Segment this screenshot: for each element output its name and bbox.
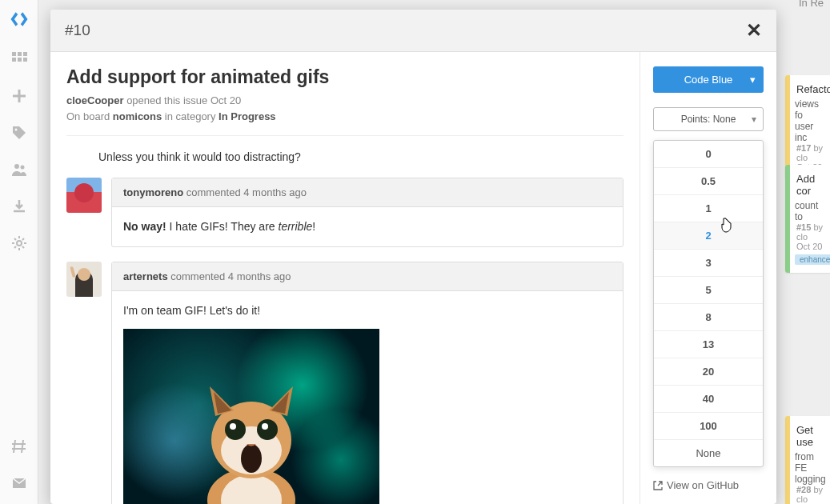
points-option[interactable]: None bbox=[654, 440, 763, 466]
svg-rect-3 bbox=[12, 58, 16, 62]
svg-point-9 bbox=[17, 241, 22, 246]
svg-point-19 bbox=[241, 444, 262, 473]
svg-point-7 bbox=[14, 164, 19, 169]
points-option[interactable]: 1 bbox=[654, 195, 763, 222]
cat-image bbox=[187, 380, 315, 504]
comment: tonymoreno commented 4 months ago No way… bbox=[66, 178, 624, 247]
svg-rect-0 bbox=[12, 52, 16, 56]
caret-down-icon: ▾ bbox=[752, 114, 756, 125]
points-option[interactable]: 40 bbox=[654, 386, 763, 413]
points-option[interactable]: 0 bbox=[654, 141, 763, 168]
points-option[interactable]: 8 bbox=[654, 304, 763, 331]
users-icon[interactable] bbox=[11, 162, 27, 178]
grid-icon[interactable] bbox=[11, 51, 27, 67]
points-select[interactable]: Points: None ▾ bbox=[653, 107, 764, 131]
cursor-pointer-icon bbox=[720, 218, 732, 234]
issue-meta: cloeCooper opened this issue Oct 20 On b… bbox=[66, 93, 624, 124]
board-card[interactable]: Get use from FE logging #28 by clo Oct 2… bbox=[785, 416, 830, 504]
comment-header: tonymoreno commented 4 months ago bbox=[112, 178, 623, 207]
plus-icon[interactable] bbox=[11, 88, 27, 104]
svg-point-18 bbox=[262, 423, 268, 430]
comment-header: arternets commented 4 months ago bbox=[112, 262, 623, 291]
svg-point-15 bbox=[225, 419, 246, 440]
column-header: In Re bbox=[799, 0, 824, 9]
svg-rect-1 bbox=[18, 52, 22, 56]
points-option[interactable]: 3 bbox=[654, 250, 763, 277]
gear-icon[interactable] bbox=[11, 235, 27, 251]
avatar[interactable] bbox=[66, 178, 102, 213]
points-option[interactable]: 0.5 bbox=[654, 168, 763, 195]
app-sidebar bbox=[0, 0, 38, 504]
svg-point-8 bbox=[20, 166, 24, 170]
tag-icon[interactable] bbox=[11, 125, 27, 141]
modal-header: #10 ✕ bbox=[50, 10, 776, 52]
board-card[interactable]: Add cor count to #15 by clo Oct 20 enhan… bbox=[785, 165, 830, 273]
external-link-icon bbox=[653, 481, 663, 490]
points-option[interactable]: 2 bbox=[654, 222, 763, 250]
close-icon[interactable]: ✕ bbox=[746, 19, 762, 42]
svg-point-16 bbox=[257, 419, 278, 440]
svg-rect-4 bbox=[18, 58, 22, 62]
svg-point-6 bbox=[14, 129, 17, 131]
svg-rect-2 bbox=[23, 52, 27, 56]
mail-icon[interactable] bbox=[11, 475, 27, 491]
comment-body: I'm on team GIF! Let's do it! bbox=[112, 291, 623, 504]
svg-point-17 bbox=[230, 423, 236, 430]
issue-modal: #10 ✕ Add support for animated gifs cloe… bbox=[50, 10, 776, 504]
avatar[interactable] bbox=[66, 262, 102, 297]
hash-icon[interactable] bbox=[11, 438, 27, 454]
points-option[interactable]: 100 bbox=[654, 413, 763, 440]
comment-body: No way! I hate GIFs! They are terrible! bbox=[112, 207, 623, 246]
embedded-gif bbox=[123, 329, 379, 504]
points-option[interactable]: 5 bbox=[654, 277, 763, 304]
milestone-button[interactable]: Code Blue ▾ bbox=[653, 66, 764, 93]
modal-main: Add support for animated gifs cloeCooper… bbox=[50, 52, 640, 504]
points-dropdown: 00.512358132040100None bbox=[653, 140, 764, 467]
view-on-github-link[interactable]: View on GitHub bbox=[653, 479, 764, 491]
comment: arternets commented 4 months ago I'm on … bbox=[66, 262, 624, 504]
app-logo-icon bbox=[8, 8, 30, 30]
modal-sidebar: Code Blue ▾ Points: None ▾ 00.5123581320… bbox=[640, 52, 776, 504]
points-option[interactable]: 13 bbox=[654, 331, 763, 358]
svg-rect-5 bbox=[23, 58, 27, 62]
issue-number: #10 bbox=[65, 22, 90, 39]
download-icon[interactable] bbox=[11, 198, 27, 214]
points-option[interactable]: 20 bbox=[654, 358, 763, 386]
caret-down-icon: ▾ bbox=[750, 74, 756, 86]
issue-title: Add support for animated gifs bbox=[66, 66, 624, 88]
quoted-text: Unless you think it would too distractin… bbox=[98, 150, 624, 163]
